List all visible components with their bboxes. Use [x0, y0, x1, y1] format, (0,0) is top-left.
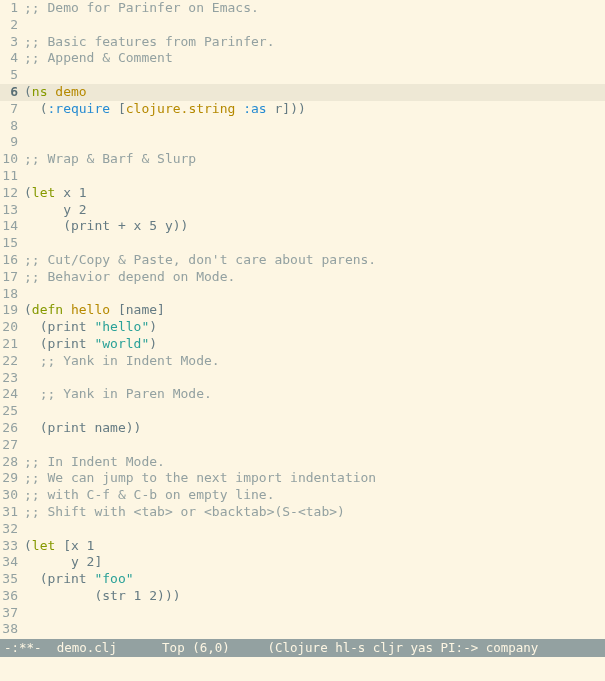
editor-area[interactable]: 1;; Demo for Parinfer on Emacs.23;; Basi…	[0, 0, 605, 639]
code-content[interactable]: ;; Basic features from Parinfer.	[24, 34, 605, 51]
code-line[interactable]: 11	[0, 168, 605, 185]
code-line[interactable]: 29;; We can jump to the next import inde…	[0, 470, 605, 487]
code-line[interactable]: 34 y 2]	[0, 554, 605, 571]
code-line[interactable]: 27	[0, 437, 605, 454]
code-line[interactable]: 38	[0, 621, 605, 638]
code-content[interactable]: ;; Shift with <tab> or <backtab>(S-<tab>…	[24, 504, 605, 521]
code-content[interactable]	[24, 437, 605, 454]
code-line[interactable]: 24 ;; Yank in Paren Mode.	[0, 386, 605, 403]
code-content[interactable]: (let x 1	[24, 185, 605, 202]
code-content[interactable]: ;; Behavior depend on Mode.	[24, 269, 605, 286]
code-content[interactable]: (print + x 5 y))	[24, 218, 605, 235]
code-content[interactable]	[24, 605, 605, 622]
code-line[interactable]: 31;; Shift with <tab> or <backtab>(S-<ta…	[0, 504, 605, 521]
code-line[interactable]: 4;; Append & Comment	[0, 50, 605, 67]
code-content[interactable]: ;; Yank in Indent Mode.	[24, 353, 605, 370]
code-content[interactable]: ;; with C-f & C-b on empty line.	[24, 487, 605, 504]
code-content[interactable]: ;; Append & Comment	[24, 50, 605, 67]
code-content[interactable]: (print "foo"	[24, 571, 605, 588]
line-number: 26	[0, 420, 24, 437]
code-line[interactable]: 10;; Wrap & Barf & Slurp	[0, 151, 605, 168]
code-content[interactable]	[24, 17, 605, 34]
code-content[interactable]	[24, 67, 605, 84]
code-line[interactable]: 28;; In Indent Mode.	[0, 454, 605, 471]
code-line[interactable]: 7 (:require [clojure.string :as r]))	[0, 101, 605, 118]
code-line[interactable]: 20 (print "hello")	[0, 319, 605, 336]
line-number: 1	[0, 0, 24, 17]
code-line[interactable]: 23	[0, 370, 605, 387]
code-line[interactable]: 2	[0, 17, 605, 34]
token-plain	[24, 386, 40, 401]
line-number: 7	[0, 101, 24, 118]
code-content[interactable]: (print "hello")	[24, 319, 605, 336]
code-line[interactable]: 14 (print + x 5 y))	[0, 218, 605, 235]
code-line[interactable]: 26 (print name))	[0, 420, 605, 437]
code-content[interactable]	[24, 134, 605, 151]
code-content[interactable]	[24, 370, 605, 387]
code-content[interactable]	[24, 235, 605, 252]
code-line[interactable]: 36 (str 1 2)))	[0, 588, 605, 605]
code-content[interactable]: ;; Wrap & Barf & Slurp	[24, 151, 605, 168]
code-line[interactable]: 13 y 2	[0, 202, 605, 219]
code-content[interactable]: (print "world")	[24, 336, 605, 353]
code-line[interactable]: 6(ns demo	[0, 84, 605, 101]
line-number: 16	[0, 252, 24, 269]
code-line[interactable]: 21 (print "world")	[0, 336, 605, 353]
code-content[interactable]	[24, 118, 605, 135]
modeline-position: Top	[162, 639, 185, 657]
token-str: "world"	[94, 336, 149, 351]
code-line[interactable]: 37	[0, 605, 605, 622]
line-number: 30	[0, 487, 24, 504]
token-plain	[55, 538, 63, 553]
code-content[interactable]: y 2]	[24, 554, 605, 571]
code-line[interactable]: 32	[0, 521, 605, 538]
code-line[interactable]: 5	[0, 67, 605, 84]
line-number: 14	[0, 218, 24, 235]
code-content[interactable]: ;; We can jump to the next import indent…	[24, 470, 605, 487]
code-content[interactable]	[24, 286, 605, 303]
token-paren: ))	[126, 420, 142, 435]
code-line[interactable]: 22 ;; Yank in Indent Mode.	[0, 353, 605, 370]
code-content[interactable]: ;; Demo for Parinfer on Emacs.	[24, 0, 605, 17]
token-paren: ))	[173, 218, 189, 233]
code-content[interactable]	[24, 403, 605, 420]
code-line[interactable]: 16;; Cut/Copy & Paste, don't care about …	[0, 252, 605, 269]
code-line[interactable]: 19(defn hello [name]	[0, 302, 605, 319]
code-content[interactable]: (defn hello [name]	[24, 302, 605, 319]
line-number: 19	[0, 302, 24, 319]
code-content[interactable]: ;; Cut/Copy & Paste, don't care about pa…	[24, 252, 605, 269]
minibuffer[interactable]	[0, 657, 605, 681]
code-line[interactable]: 9	[0, 134, 605, 151]
code-line[interactable]: 15	[0, 235, 605, 252]
code-line[interactable]: 1;; Demo for Parinfer on Emacs.	[0, 0, 605, 17]
token-plain: y 2	[24, 554, 94, 569]
code-line[interactable]: 25	[0, 403, 605, 420]
code-content[interactable]: y 2	[24, 202, 605, 219]
code-content[interactable]: ;; Yank in Paren Mode.	[24, 386, 605, 403]
code-line[interactable]: 12(let x 1	[0, 185, 605, 202]
code-line[interactable]: 33(let [x 1	[0, 538, 605, 555]
token-def: hello	[71, 302, 110, 317]
code-line[interactable]: 18	[0, 286, 605, 303]
token-plain	[235, 101, 243, 116]
line-number: 4	[0, 50, 24, 67]
code-line[interactable]: 17;; Behavior depend on Mode.	[0, 269, 605, 286]
code-content[interactable]	[24, 168, 605, 185]
code-line[interactable]: 30;; with C-f & C-b on empty line.	[0, 487, 605, 504]
line-number: 32	[0, 521, 24, 538]
code-content[interactable]	[24, 521, 605, 538]
token-comment: ;; Shift with <tab> or <backtab>(S-<tab>…	[24, 504, 345, 519]
code-content[interactable]: (:require [clojure.string :as r]))	[24, 101, 605, 118]
code-content[interactable]: (ns demo	[24, 84, 605, 101]
line-number: 23	[0, 370, 24, 387]
line-number: 11	[0, 168, 24, 185]
code-line[interactable]: 35 (print "foo"	[0, 571, 605, 588]
code-content[interactable]: (str 1 2)))	[24, 588, 605, 605]
code-content[interactable]: (print name))	[24, 420, 605, 437]
code-line[interactable]: 3;; Basic features from Parinfer.	[0, 34, 605, 51]
code-content[interactable]: (let [x 1	[24, 538, 605, 555]
token-paren: [	[63, 538, 71, 553]
code-line[interactable]: 8	[0, 118, 605, 135]
code-content[interactable]: ;; In Indent Mode.	[24, 454, 605, 471]
code-content[interactable]	[24, 621, 605, 638]
